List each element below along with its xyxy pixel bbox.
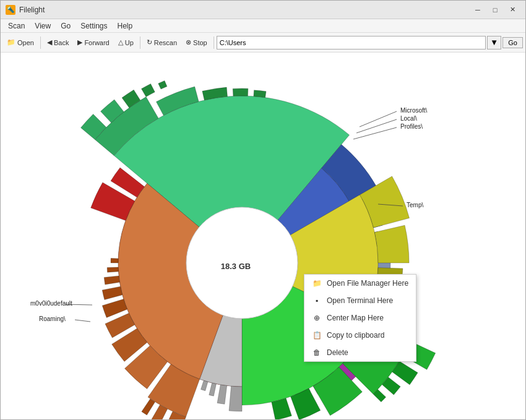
window-controls: ─ □ ✕ bbox=[470, 4, 520, 16]
menu-bar: Scan View Go Settings Help bbox=[1, 19, 525, 33]
context-copy-clipboard[interactable]: 📋 Copy to clipboard bbox=[304, 327, 416, 344]
menu-help[interactable]: Help bbox=[113, 20, 138, 32]
title-bar: 🔦 Filelight ─ □ ✕ bbox=[1, 1, 525, 19]
label-temp: Temp\ bbox=[407, 202, 423, 208]
back-button[interactable]: ◀ Back bbox=[43, 36, 72, 48]
terminal-icon: ▪ bbox=[312, 296, 322, 306]
menu-scan[interactable]: Scan bbox=[3, 20, 30, 32]
maximize-button[interactable]: □ bbox=[487, 4, 503, 16]
copy-icon: 📋 bbox=[312, 330, 322, 340]
minimize-button[interactable]: ─ bbox=[470, 4, 486, 16]
context-open-file-manager[interactable]: 📁 Open File Manager Here bbox=[304, 275, 416, 292]
address-input[interactable] bbox=[217, 36, 486, 49]
label-default: m0v0i0udefault bbox=[30, 300, 72, 307]
stop-button[interactable]: ⊗ Stop bbox=[182, 36, 211, 48]
stop-icon: ⊗ bbox=[186, 38, 191, 46]
window-title: Filelight bbox=[19, 6, 470, 14]
menu-view[interactable]: View bbox=[30, 20, 56, 32]
forward-button[interactable]: ▶ Forward bbox=[74, 36, 113, 48]
context-center-map[interactable]: ⊕ Center Map Here bbox=[304, 309, 416, 327]
toolbar: 📁 Open ◀ Back ▶ Forward △ Up ↻ Rescan ⊗ … bbox=[1, 33, 525, 53]
menu-go[interactable]: Go bbox=[56, 20, 75, 32]
address-container: ▼ Go bbox=[217, 36, 523, 49]
separator-3 bbox=[213, 36, 214, 49]
up-button[interactable]: △ Up bbox=[114, 36, 137, 48]
label-microsoft: Microsoft\ bbox=[400, 107, 427, 114]
separator-2 bbox=[140, 36, 140, 49]
label-profiles: Profiles\ bbox=[400, 123, 423, 130]
rescan-button[interactable]: ↻ Rescan bbox=[143, 36, 181, 48]
context-open-terminal[interactable]: ▪ Open Terminal Here bbox=[304, 292, 416, 309]
close-button[interactable]: ✕ bbox=[504, 4, 520, 16]
forward-icon: ▶ bbox=[77, 38, 82, 46]
open-icon: 📁 bbox=[7, 38, 15, 46]
app-icon: 🔦 bbox=[6, 5, 15, 15]
back-icon: ◀ bbox=[47, 38, 52, 46]
label-local: Local\ bbox=[400, 115, 417, 122]
center-icon: ⊕ bbox=[312, 313, 322, 323]
rescan-icon: ↻ bbox=[147, 38, 152, 46]
up-icon: △ bbox=[118, 38, 123, 46]
context-menu: 📁 Open File Manager Here ▪ Open Terminal… bbox=[304, 274, 416, 362]
address-history-button[interactable]: ▼ bbox=[487, 36, 501, 49]
separator-1 bbox=[40, 36, 41, 49]
go-button[interactable]: Go bbox=[502, 37, 523, 48]
menu-settings[interactable]: Settings bbox=[75, 20, 112, 32]
app-window: 🔦 Filelight ─ □ ✕ Scan View Go Settings … bbox=[0, 0, 526, 420]
disk-map-canvas[interactable] bbox=[1, 53, 525, 419]
main-content: Microsoft\ Local\ Profiles\ Temp\ m0v0i0… bbox=[1, 53, 525, 419]
trash-icon: 🗑 bbox=[312, 348, 322, 358]
open-button[interactable]: 📁 Open bbox=[3, 36, 38, 48]
folder-icon: 📁 bbox=[312, 278, 322, 288]
label-roaming: Roaming\ bbox=[39, 315, 66, 322]
context-delete[interactable]: 🗑 Delete bbox=[304, 344, 416, 361]
